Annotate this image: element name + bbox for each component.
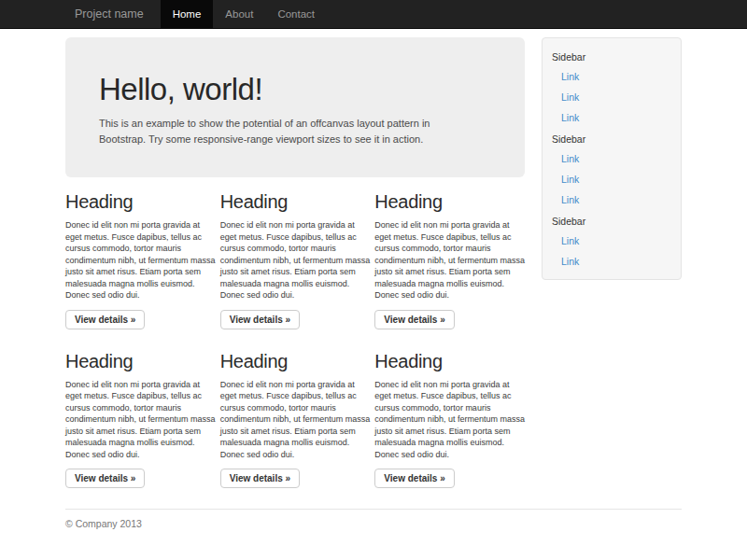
sidebar-group: Sidebar Link Link Link xyxy=(543,46,681,128)
sidebar-group-heading: Sidebar xyxy=(543,128,681,148)
sidebar-link[interactable]: Link xyxy=(543,169,681,189)
card-row-2: Heading Donec id elit non mi porta gravi… xyxy=(65,337,525,489)
nav-item-about[interactable]: About xyxy=(213,0,265,28)
navbar-container: Project name Home About Contact xyxy=(65,0,682,28)
card-heading: Heading xyxy=(65,191,216,212)
main-content: Hello, world! This is an example to show… xyxy=(65,37,525,488)
sidebar-link[interactable]: Link xyxy=(543,66,681,87)
view-details-button[interactable]: View details » xyxy=(374,469,454,488)
card-body-text: Donec id elit non mi porta gravida at eg… xyxy=(65,379,216,461)
main-row: Hello, world! This is an example to show… xyxy=(65,37,682,488)
card-heading: Heading xyxy=(220,351,371,371)
sidebar-group-heading: Sidebar xyxy=(543,210,681,231)
sidebar: Sidebar Link Link Link Sidebar Link Link… xyxy=(542,37,682,280)
nav-item-contact[interactable]: Contact xyxy=(265,0,327,28)
view-details-button[interactable]: View details » xyxy=(65,469,145,488)
top-navbar: Project name Home About Contact xyxy=(0,0,747,29)
sidebar-link[interactable]: Link xyxy=(543,251,681,272)
card: Heading Donec id elit non mi porta gravi… xyxy=(220,177,371,329)
sidebar-link[interactable]: Link xyxy=(543,148,681,169)
card-heading: Heading xyxy=(220,191,371,212)
page-title: Hello, world! xyxy=(99,73,491,106)
nav-item-home[interactable]: Home xyxy=(161,0,214,28)
navbar-menu: Home About Contact xyxy=(161,0,327,28)
view-details-button[interactable]: View details » xyxy=(220,469,300,488)
sidebar-group-heading: Sidebar xyxy=(543,46,681,66)
card: Heading Donec id elit non mi porta gravi… xyxy=(220,337,371,489)
card-body-text: Donec id elit non mi porta gravida at eg… xyxy=(220,219,371,301)
card-body-text: Donec id elit non mi porta gravida at eg… xyxy=(220,379,371,461)
card-heading: Heading xyxy=(65,351,216,371)
card-heading: Heading xyxy=(374,351,525,371)
view-details-button[interactable]: View details » xyxy=(374,310,454,329)
copyright-text: © Company 2013 xyxy=(65,518,682,529)
view-details-button[interactable]: View details » xyxy=(65,310,145,329)
card-heading: Heading xyxy=(374,191,525,212)
jumbotron: Hello, world! This is an example to show… xyxy=(65,37,525,177)
page-footer: © Company 2013 xyxy=(65,509,682,557)
card: Heading Donec id elit non mi porta gravi… xyxy=(65,337,216,489)
page-container: Hello, world! This is an example to show… xyxy=(65,37,682,557)
card-body-text: Donec id elit non mi porta gravida at eg… xyxy=(65,219,216,301)
card-body-text: Donec id elit non mi porta gravida at eg… xyxy=(374,379,525,461)
jumbotron-description: This is an example to show the potential… xyxy=(99,116,469,147)
sidebar-group: Sidebar Link Link xyxy=(543,210,681,272)
sidebar-group: Sidebar Link Link Link xyxy=(543,128,681,210)
card: Heading Donec id elit non mi porta gravi… xyxy=(374,337,525,489)
sidebar-link[interactable]: Link xyxy=(543,231,681,251)
sidebar-panel: Sidebar Link Link Link Sidebar Link Link… xyxy=(542,37,682,280)
card: Heading Donec id elit non mi porta gravi… xyxy=(374,177,525,329)
card: Heading Donec id elit non mi porta gravi… xyxy=(65,177,216,329)
sidebar-link[interactable]: Link xyxy=(543,189,681,210)
card-row-1: Heading Donec id elit non mi porta gravi… xyxy=(65,177,525,329)
view-details-button[interactable]: View details » xyxy=(220,310,300,329)
card-body-text: Donec id elit non mi porta gravida at eg… xyxy=(374,219,525,301)
sidebar-link[interactable]: Link xyxy=(543,107,681,128)
sidebar-link[interactable]: Link xyxy=(543,87,681,107)
navbar-brand[interactable]: Project name xyxy=(65,0,161,28)
